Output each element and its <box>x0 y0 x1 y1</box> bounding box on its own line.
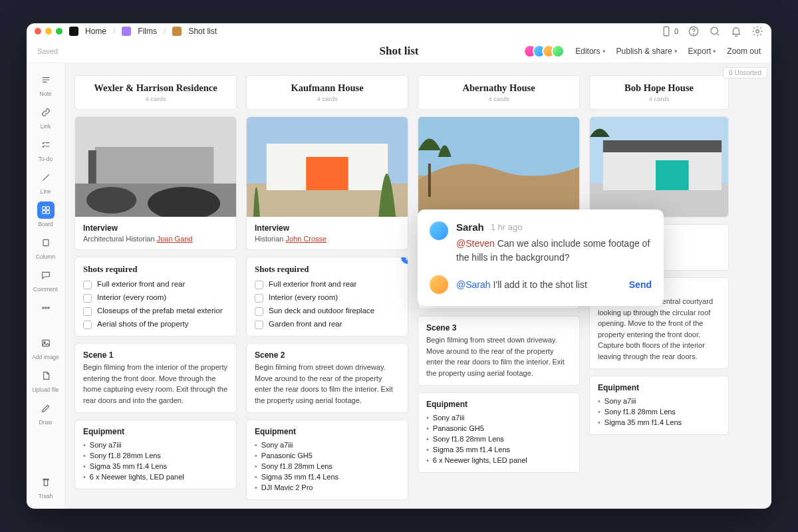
checkbox-icon[interactable] <box>83 321 92 329</box>
zoom-out-button[interactable]: Zoom out <box>727 47 761 56</box>
sidebar-item-draw[interactable]: Draw <box>30 397 62 428</box>
checklist-item[interactable]: Aerial shots of the property <box>83 320 228 329</box>
column-header[interactable]: Abernathy House4 cards <box>418 75 580 110</box>
equipment-card[interactable]: Equipment Sony a7iii Sony f1.8 28mm Lens… <box>74 420 237 489</box>
sidebar-item-board[interactable]: Board <box>30 199 62 230</box>
svg-rect-13 <box>42 340 49 346</box>
list-item: Sony a7iii <box>598 396 720 406</box>
traffic-lights <box>35 28 63 35</box>
shots-card[interactable]: Shots required Full exterior front and r… <box>74 257 237 336</box>
checkbox-icon[interactable] <box>83 294 92 303</box>
sidebar-item-link[interactable]: Link <box>30 101 62 132</box>
comment-author: Sarah <box>456 221 484 233</box>
unsorted-badge[interactable]: 0 Unsorted <box>723 67 767 78</box>
breadcrumb-home[interactable]: Home <box>85 27 106 36</box>
svg-rect-5 <box>42 207 45 210</box>
svg-rect-24 <box>306 157 348 190</box>
image-card[interactable] <box>589 116 729 217</box>
scene-card[interactable]: Scene 1Begin filming from the interior o… <box>74 343 237 413</box>
sidebar: Note Link To-do Line Board Column Commen… <box>27 63 65 509</box>
sidebar-item-add-image[interactable]: Add image <box>30 332 62 363</box>
films-icon[interactable] <box>122 27 131 36</box>
send-button[interactable]: Send <box>629 279 652 290</box>
svg-point-19 <box>86 187 136 213</box>
avatar[interactable] <box>551 45 565 58</box>
equipment-card[interactable]: Equipment Sony a7iii Panasonic GH5 Sony … <box>246 420 408 500</box>
person-link[interactable]: Joan Gand <box>157 235 193 243</box>
checklist-item[interactable]: Closeups of the prefab metal exterior <box>83 307 228 316</box>
column-header[interactable]: Wexler & Harrison Residence4 cards <box>74 75 237 110</box>
checklist-item[interactable]: Garden front and rear <box>255 320 400 329</box>
checkbox-icon[interactable] <box>83 281 92 289</box>
sidebar-item-trash[interactable]: Trash <box>30 471 62 502</box>
board-canvas[interactable]: 0 Unsorted Wexler & Harrison Residence4 … <box>65 63 771 509</box>
toolbar: Saved Shot list Editors▾ Publish & share… <box>27 39 771 63</box>
breadcrumb-shot[interactable]: Shot list <box>188 27 217 36</box>
svg-rect-6 <box>46 207 49 210</box>
shots-card[interactable]: Shots required Full exterior front and r… <box>246 257 408 336</box>
svg-point-10 <box>42 307 43 309</box>
saved-label: Saved <box>37 47 58 55</box>
checkbox-icon[interactable] <box>83 307 92 316</box>
svg-rect-0 <box>664 27 669 36</box>
publish-menu[interactable]: Publish & share▾ <box>616 47 678 56</box>
mobile-device-count[interactable]: 0 <box>660 25 678 37</box>
svg-rect-32 <box>656 160 689 190</box>
checkbox-icon[interactable] <box>255 307 263 316</box>
checklist-item[interactable]: Sun deck and outdoor fireplace <box>255 307 400 316</box>
column-header[interactable]: Bob Hope House4 cards <box>589 75 729 110</box>
image-card[interactable]: InterviewArchitectural Historian Joan Ga… <box>74 116 237 250</box>
checkbox-icon[interactable] <box>255 294 263 303</box>
reply-input[interactable]: @Sarah I'll add it to the shot list <box>456 279 621 290</box>
list-item: Sony a7iii <box>255 440 400 450</box>
checkbox-icon[interactable] <box>255 281 263 289</box>
app-window: Home / Films / Shot list 0 Saved Shot li… <box>27 23 771 509</box>
maximize-window-icon[interactable] <box>56 28 63 35</box>
mention[interactable]: @Steven <box>456 238 495 249</box>
sidebar-item-line[interactable]: Line <box>30 166 62 198</box>
checklist-item[interactable]: Interior (every room) <box>255 293 400 303</box>
sidebar-item-column[interactable]: Column <box>30 231 62 263</box>
svg-rect-27 <box>428 164 431 197</box>
column-header[interactable]: Kaufmann House4 cards <box>246 75 408 110</box>
list-item: Sony f1.8 28mm Lens <box>255 461 400 471</box>
scene-card[interactable]: Scene 3Begin filming from street down dr… <box>418 316 580 386</box>
editors-menu[interactable]: Editors▾ <box>575 47 605 56</box>
equipment-card[interactable]: Equipment Sony a7iii Sony f1.8 28mm Lens… <box>589 376 729 435</box>
list-item: Sigma 35 mm f1.4 Lens <box>83 461 228 471</box>
scene-card[interactable]: Scene 2Begin filming from street down dr… <box>246 343 408 413</box>
help-icon[interactable] <box>688 25 700 37</box>
export-menu[interactable]: Export▾ <box>688 47 717 56</box>
checklist-item[interactable]: Full exterior front and rear <box>83 280 228 289</box>
sidebar-item-upload-file[interactable]: Upload file <box>30 364 62 396</box>
list-item: Sony f1.8 28mm Lens <box>598 406 720 417</box>
board-column: Wexler & Harrison Residence4 cards Inter… <box>74 75 237 509</box>
image-card[interactable] <box>418 116 580 217</box>
comment-popup: Sarah1 hr ago @Steven Can we also includ… <box>418 209 664 306</box>
list-item: Sigma 35 mm f1.4 Lens <box>255 471 400 482</box>
checklist-item[interactable]: Full exterior front and rear <box>255 280 400 289</box>
image-card[interactable]: InterviewHistorian John Crosse <box>246 116 408 250</box>
mention[interactable]: @Sarah <box>456 279 491 290</box>
list-item: 6 x Neewer lights, LED panel <box>83 471 228 482</box>
sidebar-item-more[interactable] <box>30 297 62 321</box>
breadcrumb-films[interactable]: Films <box>138 27 157 36</box>
home-icon[interactable] <box>69 27 78 36</box>
checklist-item[interactable]: Interior (every room) <box>83 293 228 303</box>
shot-list-icon[interactable] <box>172 27 182 36</box>
minimize-window-icon[interactable] <box>45 28 52 35</box>
page-title[interactable]: Shot list <box>379 45 418 58</box>
breadcrumb: Home / Films / Shot list <box>69 27 217 36</box>
editor-avatars[interactable] <box>527 45 565 58</box>
sidebar-item-todo[interactable]: To-do <box>30 134 62 165</box>
bell-icon[interactable] <box>730 25 742 37</box>
person-link[interactable]: John Crosse <box>285 235 327 243</box>
sidebar-item-comment[interactable]: Comment <box>30 264 62 295</box>
equipment-card[interactable]: Equipment Sony a7iii Panasonic GH5 Sony … <box>418 392 580 473</box>
close-window-icon[interactable] <box>35 28 41 35</box>
checkbox-icon[interactable] <box>255 321 263 329</box>
search-icon[interactable] <box>709 25 721 37</box>
gear-icon[interactable] <box>751 25 763 37</box>
list-item: DJI Mavic 2 Pro <box>255 482 400 493</box>
sidebar-item-note[interactable]: Note <box>30 68 62 100</box>
